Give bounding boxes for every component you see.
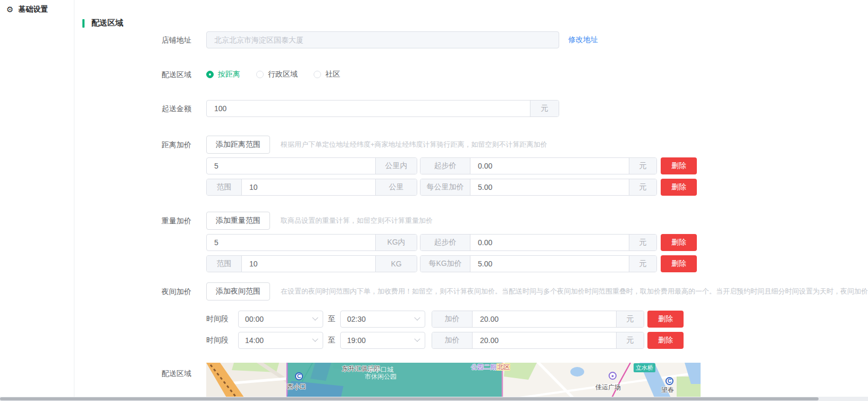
radio-by-community[interactable]: 社区 bbox=[314, 70, 340, 79]
distance-hint: 根据用户下单定位地址经纬度+商家地址经纬度计算骑行距离，如留空则不计算距离加价 bbox=[281, 136, 547, 154]
sidebar: ⚙ 基础设置 bbox=[0, 0, 74, 401]
metro-icon: C bbox=[665, 377, 673, 385]
scrollbar-thumb[interactable] bbox=[0, 397, 819, 400]
delete-button[interactable]: 删除 bbox=[661, 157, 697, 174]
poi-park-phase2: 公园二期北区 bbox=[471, 363, 510, 372]
yuan-unit-append: 元 bbox=[629, 256, 656, 272]
delete-button[interactable]: 删除 bbox=[661, 255, 697, 272]
horizontal-scrollbar[interactable] bbox=[0, 397, 868, 401]
weight-surcharge-label: 重量加价 bbox=[80, 212, 191, 229]
delivery-settings-page: ⚙ 基础设置 配送区域 店铺地址 修改地址 配送区域 按距离 行政区域 bbox=[0, 0, 868, 401]
edit-address-link[interactable]: 修改地址 bbox=[568, 35, 598, 45]
store-address-group bbox=[206, 31, 559, 48]
night-price-input[interactable] bbox=[473, 311, 616, 327]
store-address-label: 店铺地址 bbox=[80, 31, 191, 48]
chevron-down-icon bbox=[414, 336, 420, 342]
add-distance-range-button[interactable]: 添加距离范围 bbox=[206, 136, 270, 154]
delete-button[interactable]: 删除 bbox=[647, 311, 684, 328]
min-amount-input[interactable] bbox=[207, 101, 530, 116]
store-address-input[interactable] bbox=[207, 32, 559, 48]
delivery-map[interactable]: 东升汇俱乐部 C 西小口 东小口城 市休闲公园 公园二期北区 立水桥 ● 佳运广… bbox=[206, 363, 701, 401]
yuan-unit-append: 元 bbox=[530, 101, 559, 116]
radio-unselected-icon bbox=[256, 71, 264, 78]
distance-limit-input[interactable] bbox=[207, 158, 375, 174]
kg-append: KG bbox=[375, 256, 417, 272]
sidebar-item-basic-settings[interactable]: ⚙ 基础设置 bbox=[0, 0, 74, 14]
radio-unselected-icon bbox=[314, 71, 321, 78]
base-price-input[interactable] bbox=[470, 158, 629, 174]
surcharge-prepend: 加价 bbox=[432, 332, 473, 348]
metro-icon: C bbox=[295, 372, 303, 380]
start-time-select[interactable]: 00:00 bbox=[238, 311, 323, 328]
per-km-price-prepend: 每公里加价 bbox=[420, 179, 470, 195]
start-time-select[interactable]: 14:00 bbox=[238, 332, 323, 349]
sidebar-item-label: 基础设置 bbox=[18, 5, 48, 14]
base-price-prepend: 起步价 bbox=[420, 235, 470, 250]
gear-icon: ⚙ bbox=[6, 5, 13, 14]
main-content: 配送区域 店铺地址 修改地址 配送区域 按距离 行政区域 社区 bbox=[75, 0, 868, 401]
surcharge-prepend: 加价 bbox=[432, 311, 473, 327]
per-km-price-input[interactable] bbox=[470, 179, 629, 195]
distance-range-input[interactable] bbox=[242, 179, 375, 195]
add-weight-range-button[interactable]: 添加重量范围 bbox=[206, 212, 270, 230]
weight-hint: 取商品设置的重量计算，如留空则不计算重量加价 bbox=[281, 212, 433, 230]
map-area-label: 配送区域 bbox=[80, 365, 191, 382]
to-label: 至 bbox=[328, 314, 335, 324]
chevron-down-icon bbox=[312, 336, 318, 342]
radio-by-district[interactable]: 行政区域 bbox=[256, 70, 298, 79]
poi-park: 东小口城 市休闲公园 bbox=[359, 366, 402, 380]
km-within-append: 公里内 bbox=[375, 158, 417, 174]
min-amount-label: 起送金额 bbox=[80, 100, 191, 117]
distance-row-1: 公里内 起步价 元 删除 bbox=[206, 157, 697, 174]
range-prepend: 范围 bbox=[207, 256, 242, 272]
poi-jiayun: 佳运广场 bbox=[595, 383, 621, 392]
delete-button[interactable]: 删除 bbox=[647, 332, 684, 349]
radio-by-distance[interactable]: 按距离 bbox=[206, 70, 240, 79]
yuan-unit-append: 元 bbox=[629, 179, 656, 195]
yuan-unit-append: 元 bbox=[629, 235, 656, 250]
section-title: 配送区域 bbox=[82, 18, 123, 28]
weight-row-1: KG内 起步价 元 删除 bbox=[206, 234, 697, 251]
weight-limit-input[interactable] bbox=[207, 235, 375, 250]
weight-base-price-input[interactable] bbox=[470, 235, 629, 250]
delete-button[interactable]: 删除 bbox=[661, 179, 697, 196]
yuan-unit-append: 元 bbox=[629, 158, 656, 174]
night-price-input[interactable] bbox=[473, 332, 616, 348]
km-append: 公里 bbox=[375, 179, 417, 195]
distance-surcharge-label: 距离加价 bbox=[80, 136, 191, 153]
kg-within-append: KG内 bbox=[375, 235, 417, 250]
per-kg-price-prepend: 每KG加价 bbox=[420, 256, 470, 272]
delivery-mode-label: 配送区域 bbox=[80, 66, 191, 83]
mall-icon: ● bbox=[609, 372, 617, 380]
chevron-down-icon bbox=[312, 315, 318, 321]
night-surcharge-label: 夜间加价 bbox=[80, 283, 191, 300]
radio-selected-icon bbox=[206, 71, 214, 78]
poi-xixiaokou: 西小口 bbox=[287, 382, 306, 391]
time-period-label: 时间段 bbox=[206, 336, 234, 345]
end-time-select[interactable]: 19:00 bbox=[340, 332, 425, 349]
per-kg-price-input[interactable] bbox=[470, 256, 629, 272]
weight-range-input[interactable] bbox=[242, 256, 375, 272]
title-accent-bar bbox=[82, 19, 85, 28]
distance-row-2: 范围 公里 每公里加价 元 删除 bbox=[206, 179, 697, 196]
night-hint: 在设置的夜间时间范围内下单，加收费用！如留空，则不计算夜间加价。当配送时间与多个… bbox=[281, 282, 868, 300]
weight-row-2: 范围 KG 每KG加价 元 删除 bbox=[206, 255, 697, 272]
base-price-prepend: 起步价 bbox=[420, 158, 470, 174]
night-row-2: 时间段 14:00 至 19:00 加价 元 删除 bbox=[206, 332, 684, 349]
end-time-select[interactable]: 02:30 bbox=[340, 311, 425, 328]
yuan-unit-append: 元 bbox=[616, 332, 644, 348]
min-amount-group: 元 bbox=[206, 100, 559, 117]
map-canvas bbox=[206, 363, 701, 401]
poi-wangchun: 望春 bbox=[661, 386, 674, 395]
add-night-range-button[interactable]: 添加夜间范围 bbox=[206, 282, 270, 300]
delete-button[interactable]: 删除 bbox=[661, 234, 697, 251]
yuan-unit-append: 元 bbox=[616, 311, 644, 327]
to-label: 至 bbox=[328, 336, 335, 345]
range-prepend: 范围 bbox=[207, 179, 242, 195]
delivery-mode-options: 按距离 行政区域 社区 bbox=[206, 66, 356, 83]
poi-lishuiqiao-badge: 立水桥 bbox=[634, 363, 655, 372]
night-row-1: 时间段 00:00 至 02:30 加价 元 删除 bbox=[206, 311, 684, 328]
page-title: 配送区域 bbox=[91, 18, 123, 28]
time-period-label: 时间段 bbox=[206, 314, 234, 324]
chevron-down-icon bbox=[414, 315, 420, 321]
